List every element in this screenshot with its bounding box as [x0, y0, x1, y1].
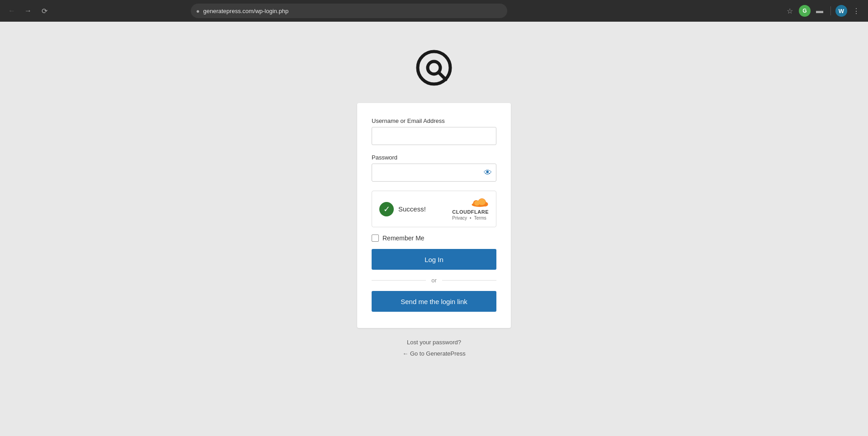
or-divider: or [372, 277, 496, 284]
password-label: Password [372, 154, 496, 161]
url-display: generatepress.com/wp-login.php [203, 8, 502, 14]
cloudflare-brand: CLOUDFLARE Privacy • Terms [452, 197, 489, 220]
login-button[interactable]: Log In [372, 249, 496, 270]
profile-button[interactable]: G [799, 5, 811, 17]
bookmark-button[interactable]: ☆ [783, 5, 796, 17]
captcha-success-icon: ✓ [379, 202, 394, 216]
svg-point-7 [478, 199, 486, 205]
remember-me-label[interactable]: Remember Me [382, 234, 425, 242]
login-card: Username or Email Address Password 👁 ✓ S… [357, 103, 511, 328]
wordpress-extension-button[interactable]: W [835, 5, 847, 17]
username-group: Username or Email Address [372, 117, 496, 145]
captcha-status-text: Success! [398, 205, 426, 213]
svg-point-8 [474, 201, 480, 206]
or-line-right [442, 280, 496, 281]
cloudflare-privacy-link[interactable]: Privacy [452, 216, 467, 220]
or-text: or [431, 277, 437, 284]
browser-actions: ☆ G ▬ W ⋮ [783, 5, 863, 17]
captcha-box: ✓ Success! CLOUDFLARE Privacy [372, 191, 496, 227]
forward-button[interactable]: → [22, 5, 34, 17]
reload-button[interactable]: ⟳ [38, 5, 51, 17]
username-input[interactable] [372, 127, 496, 145]
password-input[interactable] [372, 164, 496, 182]
or-line-left [372, 280, 426, 281]
page-content: Username or Email Address Password 👁 ✓ S… [0, 22, 868, 436]
cloudflare-name: CLOUDFLARE [452, 209, 489, 215]
cloudflare-links: Privacy • Terms [452, 216, 489, 220]
password-wrapper: 👁 [372, 164, 496, 182]
footer-links: Lost your password? ← Go to GeneratePres… [402, 339, 465, 357]
go-to-site-link[interactable]: ← Go to GeneratePress [402, 350, 465, 357]
password-group: Password 👁 [372, 154, 496, 182]
browser-chrome: ← → ⟳ ● generatepress.com/wp-login.php ☆… [0, 0, 868, 22]
send-login-link-button[interactable]: Send me the login link [372, 291, 496, 312]
address-bar[interactable]: ● generatepress.com/wp-login.php [191, 4, 507, 18]
site-logo [415, 49, 453, 89]
show-password-icon[interactable]: 👁 [484, 168, 492, 178]
captcha-left: ✓ Success! [379, 202, 426, 216]
site-info-icon: ● [196, 8, 200, 14]
remember-me-checkbox[interactable] [372, 234, 379, 242]
extensions-button[interactable]: ▬ [813, 5, 826, 17]
remember-me-group: Remember Me [372, 234, 496, 242]
cloudflare-terms-link[interactable]: Terms [474, 216, 486, 220]
back-button[interactable]: ← [5, 5, 18, 17]
lost-password-link[interactable]: Lost your password? [407, 339, 461, 346]
cloudflare-dot: • [470, 216, 472, 220]
cloudflare-cloud-icon [471, 197, 489, 208]
menu-button[interactable]: ⋮ [850, 5, 863, 17]
svg-line-2 [439, 72, 446, 80]
username-label: Username or Email Address [372, 117, 496, 124]
toolbar-divider [830, 6, 831, 15]
